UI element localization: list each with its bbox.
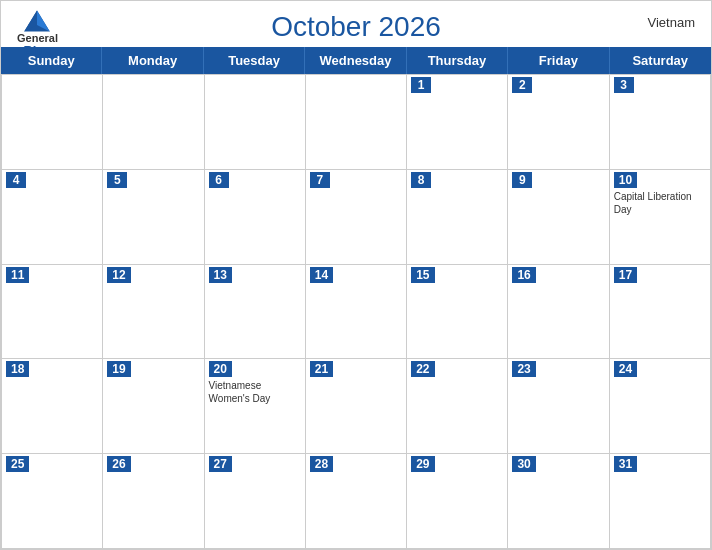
cell-date-number: 29 [411,456,434,472]
day-header-tuesday: Tuesday [204,47,305,74]
calendar-cell [306,75,407,170]
calendar-title: October 2026 [271,11,441,43]
calendar-cell: 1 [407,75,508,170]
cell-date-number: 10 [614,172,637,188]
cell-date-number: 19 [107,361,130,377]
cell-date-number: 17 [614,267,637,283]
logo-icon [21,9,53,33]
cell-date-number: 4 [6,172,26,188]
calendar-cell: 17 [610,265,711,360]
cell-date-number: 27 [209,456,232,472]
calendar-cell: 10Capital Liberation Day [610,170,711,265]
cell-date-number: 25 [6,456,29,472]
calendar-cell: 20Vietnamese Women's Day [205,359,306,454]
calendar-cell [103,75,204,170]
calendar-cell: 30 [508,454,609,549]
day-header-thursday: Thursday [407,47,508,74]
calendar-container: General Blue October 2026 Vietnam Sunday… [0,0,712,550]
calendar-cell: 19 [103,359,204,454]
cell-date-number: 6 [209,172,229,188]
cell-date-number: 14 [310,267,333,283]
calendar-cell [205,75,306,170]
cell-date-number: 15 [411,267,434,283]
cell-event: Capital Liberation Day [614,190,706,216]
calendar-cell [2,75,103,170]
calendar-cell: 29 [407,454,508,549]
calendar-cell: 14 [306,265,407,360]
day-header-monday: Monday [102,47,203,74]
cell-date-number: 20 [209,361,232,377]
calendar-cell: 8 [407,170,508,265]
calendar-grid: 12345678910Capital Liberation Day1112131… [1,74,711,549]
calendar-cell: 24 [610,359,711,454]
cell-date-number: 21 [310,361,333,377]
cell-date-number: 5 [107,172,127,188]
cell-date-number: 2 [512,77,532,93]
calendar-cell: 26 [103,454,204,549]
day-header-saturday: Saturday [610,47,711,74]
cell-date-number: 18 [6,361,29,377]
calendar-cell: 9 [508,170,609,265]
country-label: Vietnam [648,15,695,30]
cell-date-number: 24 [614,361,637,377]
calendar-cell: 25 [2,454,103,549]
calendar-cell: 16 [508,265,609,360]
cell-date-number: 13 [209,267,232,283]
calendar-cell: 18 [2,359,103,454]
cell-date-number: 28 [310,456,333,472]
calendar-cell: 6 [205,170,306,265]
calendar-cell: 4 [2,170,103,265]
calendar-cell: 2 [508,75,609,170]
calendar-cell: 3 [610,75,711,170]
calendar-cell: 31 [610,454,711,549]
calendar-cell: 21 [306,359,407,454]
calendar-cell: 27 [205,454,306,549]
logo-blue-text: Blue [23,44,51,57]
calendar-cell: 23 [508,359,609,454]
cell-date-number: 16 [512,267,535,283]
logo-area: General Blue [17,9,58,57]
calendar-header: General Blue October 2026 Vietnam [1,1,711,47]
cell-date-number: 30 [512,456,535,472]
calendar-cell: 11 [2,265,103,360]
calendar-cell: 5 [103,170,204,265]
cell-date-number: 7 [310,172,330,188]
cell-date-number: 8 [411,172,431,188]
calendar-cell: 13 [205,265,306,360]
day-header-wednesday: Wednesday [305,47,406,74]
cell-date-number: 11 [6,267,29,283]
cell-date-number: 1 [411,77,431,93]
calendar-cell: 7 [306,170,407,265]
day-header-friday: Friday [508,47,609,74]
cell-date-number: 9 [512,172,532,188]
calendar-cell: 28 [306,454,407,549]
cell-date-number: 23 [512,361,535,377]
cell-date-number: 3 [614,77,634,93]
cell-date-number: 26 [107,456,130,472]
calendar-cell: 12 [103,265,204,360]
cell-date-number: 31 [614,456,637,472]
day-headers: Sunday Monday Tuesday Wednesday Thursday… [1,47,711,74]
cell-date-number: 22 [411,361,434,377]
calendar-cell: 22 [407,359,508,454]
cell-event: Vietnamese Women's Day [209,379,301,405]
cell-date-number: 12 [107,267,130,283]
calendar-cell: 15 [407,265,508,360]
